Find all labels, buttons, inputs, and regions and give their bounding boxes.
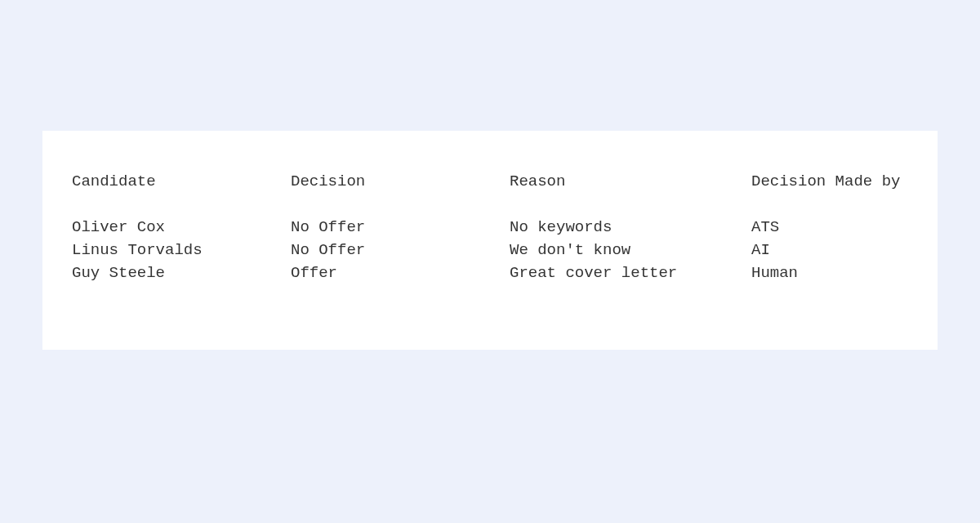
cell-reason: We don't know — [510, 239, 751, 262]
column-header-reason: Reason — [510, 170, 751, 193]
cell-made-by: AI — [751, 239, 908, 262]
cell-made-by: Human — [751, 262, 908, 284]
column-header-decision: Decision — [291, 170, 510, 193]
cell-reason: No keywords — [510, 216, 751, 239]
cell-made-by: ATS — [751, 216, 908, 239]
table-card: Candidate Decision Reason Decision Made … — [42, 131, 938, 350]
column-header-made-by: Decision Made by — [751, 170, 908, 193]
cell-candidate: Oliver Cox — [72, 216, 291, 239]
cell-decision: No Offer — [291, 239, 510, 262]
cell-decision: No Offer — [291, 216, 510, 239]
cell-decision: Offer — [291, 262, 510, 284]
cell-reason: Great cover letter — [510, 262, 751, 284]
cell-candidate: Linus Torvalds — [72, 239, 291, 262]
column-header-candidate: Candidate — [72, 170, 291, 193]
cell-candidate: Guy Steele — [72, 262, 291, 284]
decisions-table: Candidate Decision Reason Decision Made … — [72, 170, 908, 284]
